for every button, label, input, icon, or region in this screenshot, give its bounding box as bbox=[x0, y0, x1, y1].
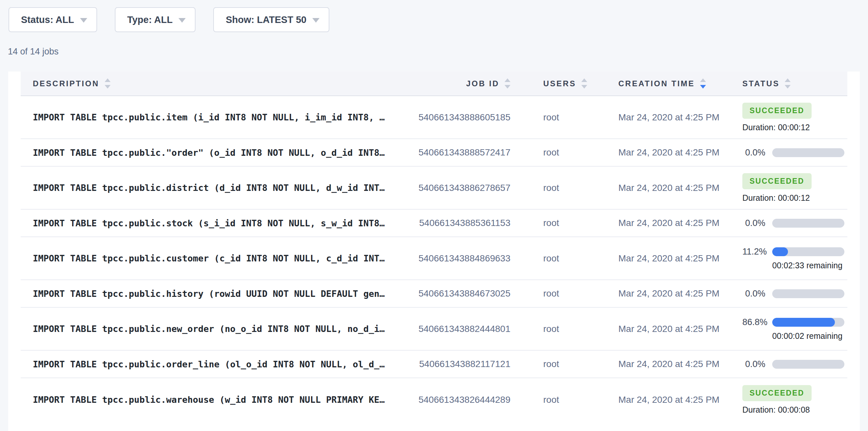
job-user: root bbox=[510, 324, 598, 334]
sort-asc-icon bbox=[105, 79, 111, 82]
job-description: IMPORT TABLE tpcc.public.history (rowid … bbox=[21, 289, 395, 299]
progress-percent: 0.0% bbox=[742, 359, 765, 369]
progress-line: 0.0% bbox=[742, 148, 847, 158]
sort-asc-icon bbox=[581, 79, 587, 82]
progress-bar bbox=[772, 219, 844, 228]
sort-desc-icon bbox=[504, 85, 510, 89]
job-user: root bbox=[510, 395, 598, 405]
status-duration: Duration: 00:00:08 bbox=[742, 405, 847, 414]
sort-icons bbox=[785, 79, 790, 89]
time-remaining: 00:02:33 remaining bbox=[772, 261, 847, 270]
job-user: root bbox=[510, 288, 598, 299]
sort-asc-icon bbox=[700, 79, 706, 82]
job-id: 540661343888605185 bbox=[395, 112, 510, 123]
show-filter-dropdown[interactable]: Show: LATEST 50 bbox=[213, 7, 329, 32]
column-label: STATUS bbox=[742, 79, 779, 88]
chevron-down-icon bbox=[312, 18, 319, 23]
job-user: root bbox=[510, 359, 598, 369]
job-description: IMPORT TABLE tpcc.public.item (i_id INT8… bbox=[21, 112, 395, 122]
job-creation-time: Mar 24, 2020 at 4:25 PM bbox=[598, 288, 725, 299]
job-description: IMPORT TABLE tpcc.public.warehouse (w_id… bbox=[21, 395, 395, 405]
table-header-row: DESCRIPTION JOB ID USERS bbox=[21, 71, 847, 96]
job-creation-time: Mar 24, 2020 at 4:25 PM bbox=[598, 112, 725, 123]
job-id: 540661343884869633 bbox=[395, 253, 510, 264]
job-user: root bbox=[510, 218, 598, 228]
column-header-users[interactable]: USERS bbox=[510, 79, 598, 89]
sort-icons bbox=[105, 79, 111, 89]
job-status-cell: SUCCEEDEDDuration: 00:00:12 bbox=[725, 173, 847, 203]
job-creation-time: Mar 24, 2020 at 4:25 PM bbox=[598, 218, 725, 228]
column-header-description[interactable]: DESCRIPTION bbox=[21, 79, 395, 89]
sort-icons bbox=[700, 79, 706, 89]
job-id: 540661343826444289 bbox=[395, 395, 510, 405]
column-label: JOB ID bbox=[466, 79, 499, 88]
type-filter-dropdown[interactable]: Type: ALL bbox=[115, 7, 196, 32]
jobs-table-panel: DESCRIPTION JOB ID USERS bbox=[8, 71, 860, 431]
column-header-status[interactable]: STATUS bbox=[725, 79, 847, 89]
job-id: 540661343885361153 bbox=[395, 218, 510, 228]
job-creation-time: Mar 24, 2020 at 4:25 PM bbox=[598, 324, 725, 334]
progress-bar bbox=[772, 289, 844, 298]
column-header-creation-time[interactable]: CREATION TIME bbox=[598, 79, 725, 89]
job-creation-time: Mar 24, 2020 at 4:25 PM bbox=[598, 359, 725, 369]
job-user: root bbox=[510, 183, 598, 193]
progress-percent: 0.0% bbox=[742, 148, 765, 158]
progress-percent: 0.0% bbox=[742, 289, 765, 299]
table-row: IMPORT TABLE tpcc.public.history (rowid … bbox=[21, 280, 847, 308]
sort-desc-icon bbox=[700, 85, 706, 89]
status-duration: Duration: 00:00:12 bbox=[742, 123, 847, 132]
job-status-cell: 0.0% bbox=[725, 289, 847, 299]
sort-desc-icon bbox=[581, 85, 587, 89]
job-user: root bbox=[510, 112, 598, 123]
job-status-cell: SUCCEEDEDDuration: 00:00:08 bbox=[725, 385, 847, 414]
status-filter-dropdown[interactable]: Status: ALL bbox=[8, 7, 97, 32]
table-row: IMPORT TABLE tpcc.public.customer (c_id … bbox=[21, 237, 847, 280]
progress-bar bbox=[772, 360, 844, 369]
table-row: IMPORT TABLE tpcc.public.order_line (ol_… bbox=[21, 351, 847, 378]
table-row: IMPORT TABLE tpcc.public.new_order (no_o… bbox=[21, 308, 847, 351]
table-row: IMPORT TABLE tpcc.public.item (i_id INT8… bbox=[21, 96, 847, 139]
progress-bar-fill bbox=[772, 318, 835, 327]
progress-line: 0.0% bbox=[742, 218, 847, 228]
column-header-job-id[interactable]: JOB ID bbox=[395, 79, 510, 89]
table-row: IMPORT TABLE tpcc.public.district (d_id … bbox=[21, 166, 847, 210]
job-creation-time: Mar 24, 2020 at 4:25 PM bbox=[598, 147, 725, 158]
sort-asc-icon bbox=[504, 79, 510, 82]
progress-line: 0.0% bbox=[742, 289, 847, 299]
time-remaining: 00:00:02 remaining bbox=[772, 331, 847, 341]
job-description: IMPORT TABLE tpcc.public.stock (s_i_id I… bbox=[21, 218, 395, 228]
job-creation-time: Mar 24, 2020 at 4:25 PM bbox=[598, 395, 725, 405]
sort-icons bbox=[581, 79, 587, 89]
job-description: IMPORT TABLE tpcc.public.new_order (no_o… bbox=[21, 324, 395, 334]
chevron-down-icon bbox=[80, 18, 87, 23]
progress-bar bbox=[772, 148, 844, 157]
column-label: CREATION TIME bbox=[618, 79, 695, 88]
job-id: 540661343888572417 bbox=[395, 147, 510, 158]
status-filter-label: Status: ALL bbox=[21, 14, 74, 25]
job-description: IMPORT TABLE tpcc.public.customer (c_id … bbox=[21, 253, 395, 264]
table-row: IMPORT TABLE tpcc.public.stock (s_i_id I… bbox=[21, 210, 847, 237]
progress-bar-fill bbox=[772, 247, 788, 256]
job-status-cell: 11.2%00:02:33 remaining bbox=[725, 247, 847, 270]
progress-line: 11.2% bbox=[742, 247, 847, 257]
progress-bar bbox=[772, 247, 844, 256]
job-id: 540661343882117121 bbox=[395, 359, 510, 369]
status-badge: SUCCEEDED bbox=[742, 385, 812, 401]
sort-desc-icon bbox=[785, 85, 790, 89]
show-filter-label: Show: LATEST 50 bbox=[226, 14, 306, 25]
filter-bar: Status: ALL Type: ALL Show: LATEST 50 bbox=[0, 0, 868, 32]
job-status-cell: SUCCEEDEDDuration: 00:00:12 bbox=[725, 103, 847, 132]
sort-desc-icon bbox=[105, 85, 111, 89]
progress-line: 0.0% bbox=[742, 359, 847, 369]
job-user: root bbox=[510, 147, 598, 158]
job-creation-time: Mar 24, 2020 at 4:25 PM bbox=[598, 253, 725, 264]
table-body: IMPORT TABLE tpcc.public.item (i_id INT8… bbox=[21, 96, 847, 421]
column-label: DESCRIPTION bbox=[33, 79, 99, 88]
job-id: 540661343882444801 bbox=[395, 324, 510, 334]
job-user: root bbox=[510, 253, 598, 264]
status-badge: SUCCEEDED bbox=[742, 173, 812, 189]
status-badge: SUCCEEDED bbox=[742, 103, 812, 119]
progress-percent: 0.0% bbox=[742, 218, 765, 228]
table-row: IMPORT TABLE tpcc.public.warehouse (w_id… bbox=[21, 378, 847, 421]
type-filter-label: Type: ALL bbox=[127, 14, 173, 25]
